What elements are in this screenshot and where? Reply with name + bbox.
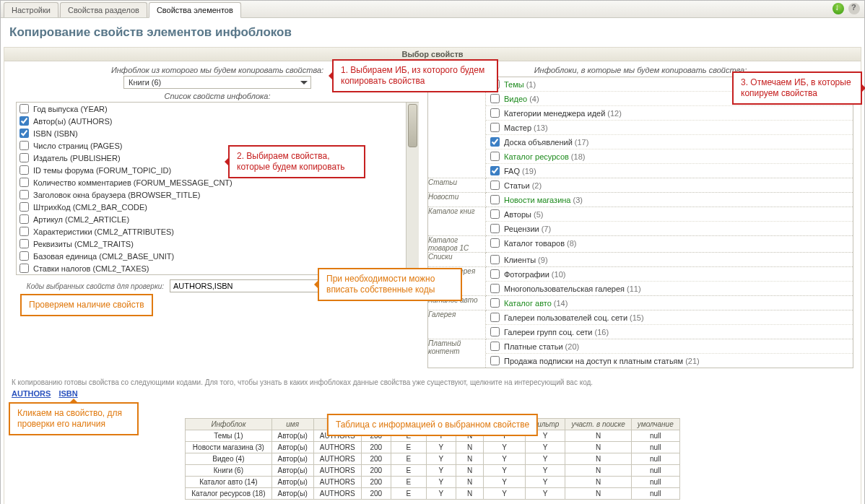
iblock-checkbox[interactable] — [490, 152, 500, 161]
tab-element-props[interactable]: Свойства элементов — [149, 2, 241, 18]
page-title: Копирование свойств элементов инфоблоков — [9, 25, 856, 40]
prop-checkbox[interactable] — [19, 264, 29, 273]
iblock-name: Новости магазина — [504, 196, 570, 204]
prop-checkbox[interactable] — [19, 214, 29, 224]
iblock-item[interactable]: Клиенты (9) — [486, 253, 853, 266]
tab-section-props[interactable]: Свойства разделов — [60, 2, 147, 17]
iblock-checkbox[interactable] — [490, 284, 500, 293]
iblock-item[interactable]: Каталог ресурсов (18) — [486, 149, 853, 164]
prop-row[interactable]: Артикул (CML2_ARTICLE) — [17, 213, 406, 225]
iblock-name: Каталог ресурсов — [504, 152, 569, 161]
prop-row[interactable]: ШтрихКод (CML2_BAR_CODE) — [17, 201, 406, 213]
source-iblock-select[interactable]: Книги (6) — [123, 76, 311, 89]
iblock-checkbox[interactable] — [490, 108, 500, 118]
category-cell: Галерея — [428, 310, 486, 339]
iblock-checkbox[interactable] — [490, 123, 500, 132]
iblock-count: (1) — [526, 80, 536, 89]
iblock-count: (8) — [567, 239, 576, 248]
prop-checkbox[interactable] — [19, 116, 29, 126]
iblock-checkbox[interactable] — [490, 137, 500, 147]
iblock-checkbox[interactable] — [490, 94, 500, 103]
callout-5: Проверяем наличие свойств — [20, 294, 153, 316]
iblock-item[interactable]: Продажа подписки на доступ к платным ста… — [486, 354, 853, 368]
prop-row[interactable]: Заголовок окна браузера (BROWSER_TITLE) — [17, 188, 406, 201]
iblock-name: Галереи пользователей соц. сети — [504, 313, 627, 322]
prop-row[interactable]: Год выпуска (YEAR) — [17, 103, 406, 115]
iblock-item[interactable]: Категории менеджера идей (12) — [486, 106, 853, 121]
iblock-name: Доска объявлений — [504, 138, 573, 147]
download-icon[interactable] — [833, 3, 844, 14]
iblock-checkbox[interactable] — [490, 298, 500, 308]
iblock-checkbox[interactable] — [490, 195, 500, 204]
iblock-item[interactable]: Доска объявлений (17) — [486, 135, 853, 149]
iblock-item[interactable]: Авторы (5) — [486, 207, 853, 222]
prop-checkbox[interactable] — [19, 239, 29, 248]
iblock-checkbox[interactable] — [490, 356, 500, 365]
prop-label: Издатель (PUBLISHER) — [33, 154, 121, 162]
help-icon[interactable] — [848, 3, 860, 14]
prop-row[interactable]: Характеристики (CML2_ATTRIBUTES) — [17, 225, 406, 238]
prop-checkbox[interactable] — [19, 227, 29, 236]
iblock-count: (18) — [571, 152, 586, 161]
iblock-item[interactable]: Каталог авто (14) — [486, 296, 853, 310]
iblock-checkbox[interactable] — [490, 255, 500, 264]
iblock-item[interactable]: Платные статьи (20) — [486, 339, 853, 354]
iblock-count: (3) — [573, 196, 582, 204]
iblock-checkbox[interactable] — [490, 342, 500, 351]
prop-checkbox[interactable] — [19, 153, 29, 162]
prop-checkbox[interactable] — [19, 129, 29, 138]
codes-input[interactable] — [170, 279, 321, 292]
iblock-count: (11) — [627, 284, 641, 293]
iblock-count: (16) — [595, 328, 609, 336]
iblock-item[interactable]: Многопользовательская галерея (11) — [486, 282, 853, 295]
table-header: имя — [271, 419, 313, 430]
iblock-item[interactable]: Галереи групп соц. сети (16) — [486, 325, 853, 339]
prop-checkbox[interactable] — [19, 251, 29, 261]
prop-checkbox[interactable] — [19, 178, 29, 187]
iblock-item[interactable]: FAQ (19) — [486, 164, 853, 178]
prop-label: Базовая единица (CML2_BASE_UNIT) — [33, 252, 174, 261]
iblock-item[interactable]: Фотографии (10) — [486, 267, 853, 282]
prop-row[interactable]: Реквизиты (CML2_TRAITS) — [17, 238, 406, 250]
prop-label: Артикул (CML2_ARTICLE) — [33, 215, 129, 224]
table-header: участ. в поиске — [565, 419, 631, 430]
prop-checkbox[interactable] — [19, 141, 29, 150]
iblock-checkbox[interactable] — [490, 313, 500, 322]
prop-checkbox[interactable] — [19, 165, 29, 175]
props-scrollbar[interactable] — [406, 103, 419, 274]
iblock-checkbox[interactable] — [490, 209, 500, 219]
iblock-checkbox[interactable] — [490, 238, 500, 248]
props-listbox[interactable]: Год выпуска (YEAR)Автор(ы) (AUTHORS)ISBN… — [17, 103, 406, 274]
iblock-item[interactable]: Мастер (13) — [486, 121, 853, 135]
prop-label: Реквизиты (CML2_TRAITS) — [33, 240, 134, 248]
callout-6: Кликаем на свойство, для проверки его на… — [9, 402, 139, 435]
iblock-item[interactable]: Каталог товаров (8) — [486, 236, 853, 250]
target-iblocks-table: СервисыТемы (1)Видео (4)Категории менедж… — [427, 77, 853, 368]
iblock-checkbox[interactable] — [490, 269, 500, 279]
table-header: умолчание — [631, 419, 679, 430]
prop-checkbox[interactable] — [19, 202, 29, 212]
table-row: Книги (6)Автор(ы)AUTHORS200EYNYYNnull — [186, 465, 679, 477]
hint-text: К копированию готовы свойства со следующ… — [12, 378, 861, 386]
prop-label: Число страниц (PAGES) — [33, 142, 122, 150]
iblock-checkbox[interactable] — [490, 224, 500, 233]
iblock-item[interactable]: Новости магазина (3) — [486, 193, 853, 207]
prop-checkbox[interactable] — [19, 190, 29, 199]
tab-settings[interactable]: Настройки — [4, 2, 58, 17]
prop-label: Автор(ы) (AUTHORS) — [33, 117, 112, 126]
prop-row[interactable]: ISBN (ISBN) — [17, 127, 406, 139]
iblock-item[interactable]: Рецензии (7) — [486, 222, 853, 235]
table-header: Инфоблок — [186, 419, 271, 430]
iblock-checkbox[interactable] — [490, 181, 500, 190]
iblock-checkbox[interactable] — [490, 166, 500, 175]
table-row: Каталог ресурсов (18)Автор(ы)AUTHORS200E… — [186, 488, 679, 500]
iblock-checkbox[interactable] — [490, 327, 500, 336]
prop-row[interactable]: Автор(ы) (AUTHORS) — [17, 115, 406, 127]
iblock-count: (9) — [538, 256, 547, 264]
prop-row[interactable]: Базовая единица (CML2_BASE_UNIT) — [17, 250, 406, 262]
prop-checkbox[interactable] — [19, 104, 29, 113]
iblock-item[interactable]: Статьи (2) — [486, 178, 853, 192]
category-cell: Платный контент — [428, 339, 486, 368]
iblock-item[interactable]: Галереи пользователей соц. сети (15) — [486, 310, 853, 325]
code-link-authors[interactable]: AUTHORS — [12, 389, 51, 398]
